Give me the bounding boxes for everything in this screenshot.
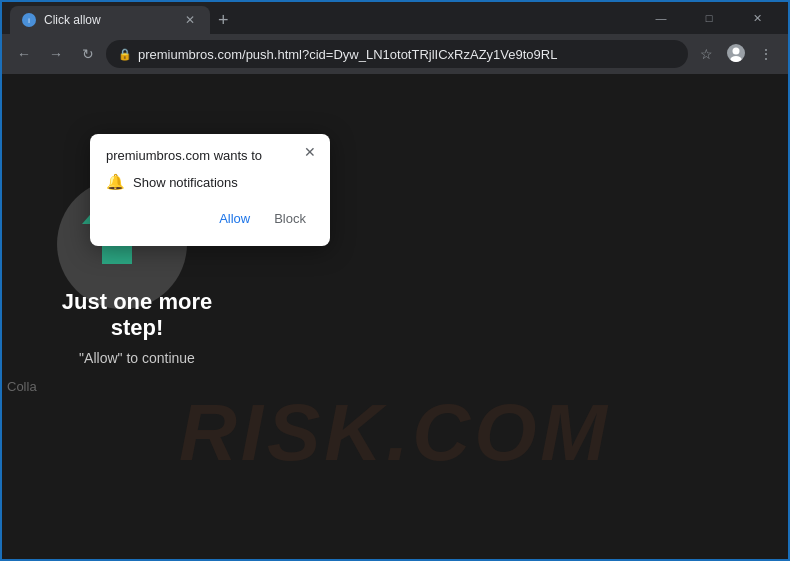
address-bar[interactable]: 🔒 premiumbros.com/push.html?cid=Dyw_LN1o… (106, 40, 688, 68)
permission-dialog: ✕ premiumbros.com wants to 🔔 Show notifi… (90, 134, 330, 246)
back-button[interactable]: ← (10, 40, 38, 68)
tab-title: Click allow (44, 13, 174, 27)
url-text: premiumbros.com/push.html?cid=Dyw_LN1oto… (138, 47, 676, 62)
dialog-buttons: Allow Block (106, 205, 314, 232)
browser-window: i Click allow ✕ + — □ ✕ ← → ↻ 🔒 premiumb… (2, 2, 788, 559)
message-title: Just one more step! (42, 289, 232, 342)
minimize-button[interactable]: — (638, 2, 684, 34)
refresh-button[interactable]: ↻ (74, 40, 102, 68)
allow-button[interactable]: Allow (211, 205, 258, 232)
window-controls: — □ ✕ (638, 2, 780, 34)
page-content: risk.com Just one more step! "Allow" to … (2, 74, 788, 559)
title-bar: i Click allow ✕ + — □ ✕ (2, 2, 788, 34)
svg-point-3 (733, 47, 740, 54)
back-icon: ← (17, 46, 31, 62)
profile-icon (727, 44, 745, 65)
maximize-button[interactable]: □ (686, 2, 732, 34)
message-subtitle: "Allow" to continue (42, 350, 232, 366)
bell-icon: 🔔 (106, 173, 125, 191)
tab-favicon: i (22, 13, 36, 27)
forward-button[interactable]: → (42, 40, 70, 68)
star-icon: ☆ (700, 46, 713, 62)
tab-close-button[interactable]: ✕ (182, 12, 198, 28)
dialog-close-button[interactable]: ✕ (300, 142, 320, 162)
new-tab-button[interactable]: + (210, 6, 237, 34)
forward-icon: → (49, 46, 63, 62)
close-window-button[interactable]: ✕ (734, 2, 780, 34)
svg-point-4 (731, 56, 742, 62)
lock-icon: 🔒 (118, 48, 132, 61)
permission-label: Show notifications (133, 175, 238, 190)
active-tab[interactable]: i Click allow ✕ (10, 6, 210, 34)
dialog-title: premiumbros.com wants to (106, 148, 314, 163)
watermark-text: risk.com (179, 387, 611, 479)
profile-button[interactable] (722, 40, 750, 68)
refresh-icon: ↻ (82, 46, 94, 62)
toolbar: ← → ↻ 🔒 premiumbros.com/push.html?cid=Dy… (2, 34, 788, 74)
menu-icon: ⋮ (759, 46, 773, 62)
toolbar-actions: ☆ ⋮ (692, 40, 780, 68)
side-label: Colla (7, 379, 37, 394)
bookmark-button[interactable]: ☆ (692, 40, 720, 68)
message-area: Just one more step! "Allow" to continue (42, 289, 232, 366)
menu-button[interactable]: ⋮ (752, 40, 780, 68)
block-button[interactable]: Block (266, 205, 314, 232)
permission-row: 🔔 Show notifications (106, 173, 314, 191)
tab-area: i Click allow ✕ + (10, 2, 634, 34)
